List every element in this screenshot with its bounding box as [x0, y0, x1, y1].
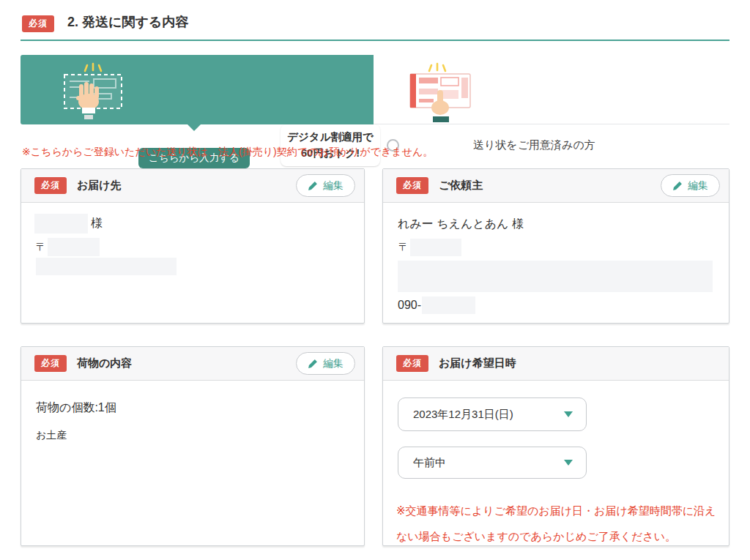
sender-name: れみー ちえんとあん 様	[398, 217, 524, 232]
sender-edit-button[interactable]: 編集	[661, 174, 720, 197]
invoice-prepared-illustration	[407, 61, 475, 124]
sender-card-body: れみー ちえんとあん 様 〒 090-	[383, 203, 729, 323]
section-divider	[21, 40, 729, 41]
edit-label: 編集	[323, 179, 344, 193]
required-badge: 必須	[22, 15, 54, 32]
package-count: 荷物の個数:1個	[36, 400, 116, 416]
delivery-time-select[interactable]: 午前中	[398, 447, 587, 479]
option-new-label: 送り状のご用意がまだの方	[138, 128, 272, 142]
delivery-card-header: 必須 お届け希望日時	[383, 347, 729, 381]
promo-line1: デジタル割適用で	[287, 130, 374, 145]
sender-card-header: 必須 ご依頼主 編集	[383, 169, 729, 203]
postal-mark: 〒	[398, 241, 409, 254]
recipient-edit-button[interactable]: 編集	[296, 174, 355, 197]
package-item: お土産	[36, 429, 67, 442]
redacted-sender-postal	[410, 239, 461, 256]
package-card-title: 荷物の内容	[77, 356, 296, 370]
postal-mark: 〒	[36, 241, 46, 254]
delivery-card-body: 2023年12月31日(日) 午前中 ※交通事情等によりご希望のお届け日・お届け…	[383, 381, 729, 545]
package-card-body: 荷物の個数:1個 お土産	[21, 381, 364, 545]
pencil-icon	[308, 359, 318, 369]
required-badge: 必須	[34, 177, 67, 194]
delivery-card-title: お届け希望日時	[439, 356, 720, 370]
banner-pointer-tail	[188, 124, 201, 131]
redacted-sender-phone	[422, 296, 475, 314]
required-badge: 必須	[396, 355, 428, 372]
shipping-option-banner: 送り状のご用意がまだの方 こちらから入力する デジタル割適用で 60円おトク!	[0, 55, 750, 124]
delivery-traffic-note: ※交通事情等によりご希望のお届け日・お届け希望時間帯に沿えない場合もございますの…	[396, 498, 717, 549]
option-new-invoice[interactable]: 送り状のご用意がまだの方 こちらから入力する デジタル割適用で 60円おトク!	[21, 55, 374, 124]
package-edit-button[interactable]: 編集	[296, 352, 355, 375]
redacted-recipient-address	[36, 258, 177, 275]
delivery-date-select[interactable]: 2023年12月31日(日)	[398, 397, 587, 431]
edit-label: 編集	[688, 179, 708, 193]
pencil-icon	[672, 181, 683, 191]
recipient-card: 必須 お届け先 編集 様 〒	[21, 168, 365, 324]
chevron-down-icon	[564, 411, 573, 417]
option-prepared-label: 送り状をご用意済みの方	[473, 138, 595, 152]
chevron-down-icon	[564, 460, 573, 466]
sender-phone-prefix: 090-	[398, 299, 421, 312]
sender-card: 必須 ご依頼主 編集 れみー ちえんとあん 様 〒 090-	[382, 168, 729, 324]
package-card-header: 必須 荷物の内容 編集	[21, 347, 364, 381]
pencil-icon	[308, 181, 318, 191]
recipient-card-header: 必須 お届け先 編集	[21, 169, 364, 203]
edit-label: 編集	[323, 357, 344, 370]
redacted-recipient-postal	[48, 238, 100, 256]
package-card: 必須 荷物の内容 編集 荷物の個数:1個 お土産	[21, 346, 365, 546]
delivery-time-value: 午前中	[413, 456, 564, 470]
recipient-card-body: 様 〒	[21, 203, 364, 323]
section-title: 2. 発送に関する内容	[67, 13, 188, 31]
redacted-sender-address	[398, 261, 713, 292]
invoice-writing-illustration	[62, 62, 125, 122]
delivery-datetime-card: 必須 お届け希望日時 2023年12月31日(日) 午前中 ※交通事情等によりご…	[382, 346, 729, 546]
honorific: 様	[91, 216, 103, 231]
delivery-date-value: 2023年12月31日(日)	[413, 408, 564, 422]
redacted-recipient-name	[34, 214, 88, 234]
recipient-card-title: お届け先	[77, 179, 296, 193]
required-badge: 必須	[396, 177, 428, 194]
sender-card-title: ご依頼主	[439, 179, 661, 193]
registration-notice: ※こちらからご登録いただいた送り状は、法人(掛売り)契約でのお預かりができません…	[22, 146, 433, 159]
shipping-form-section: 必須 2. 発送に関する内容	[0, 0, 750, 560]
required-badge: 必須	[34, 355, 67, 372]
